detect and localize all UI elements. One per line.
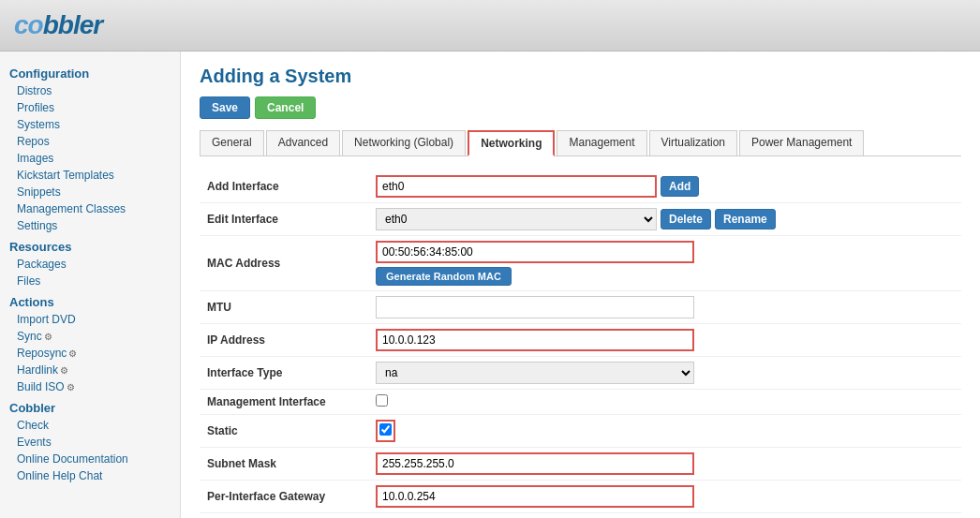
reposync-label: Reposync [17,347,67,360]
mgmt-interface-label: Management Interface [200,390,368,415]
add-interface-label: Add Interface [200,170,368,203]
edit-interface-label: Edit Interface [200,203,368,236]
subnet-label: Subnet Mask [200,448,368,481]
tab-management[interactable]: Management [557,130,646,155]
build-iso-icon: ⚙ [67,382,75,392]
sidebar-item-kickstart[interactable]: Kickstart Templates [0,167,180,184]
ip-row: IP Address [200,324,961,357]
hardlink-label: Hardlink [17,363,58,377]
cancel-button[interactable]: Cancel [255,96,316,119]
ip-input[interactable] [376,329,694,351]
sidebar-actions-title: Actions [0,289,180,311]
mac-address-cell: Generate Random MAC [368,236,961,291]
sync-label: Sync [17,330,42,343]
build-iso-label: Build ISO [17,380,65,393]
sidebar-item-images[interactable]: Images [0,150,180,167]
sidebar-item-hardlink[interactable]: Hardlink ⚙ [0,362,180,378]
sidebar-item-profiles[interactable]: Profiles [0,99,180,116]
sidebar-item-build-iso[interactable]: Build ISO ⚙ [0,378,180,395]
rename-button[interactable]: Rename [715,209,776,229]
gateway-row: Per-Interface Gateway [200,481,961,513]
mtu-label: MTU [200,291,368,324]
tab-networking[interactable]: Networking [468,130,555,156]
interface-type-select[interactable]: na bond bond_slave bridge bridge_slave b… [376,362,694,384]
sidebar-item-packages[interactable]: Packages [0,256,180,273]
interface-type-row: Interface Type na bond bond_slave bridge… [200,357,961,390]
sidebar: Configuration Distros Profiles Systems R… [0,52,181,518]
static-cell [368,415,961,448]
edit-interface-cell: eth0 Delete Rename [368,203,961,236]
sidebar-item-repos[interactable]: Repos [0,133,180,150]
sidebar-item-events[interactable]: Events [0,434,180,451]
mgmt-interface-checkbox[interactable] [376,394,388,407]
mac-address-label: MAC Address [200,236,368,291]
sidebar-item-sync[interactable]: Sync ⚙ [0,328,180,345]
hardlink-icon: ⚙ [60,365,68,376]
sidebar-item-online-help[interactable]: Online Help Chat [0,467,180,484]
sidebar-item-files[interactable]: Files [0,273,180,289]
edit-interface-select[interactable]: eth0 [376,208,657,230]
sidebar-resources-title: Resources [0,234,180,256]
subnet-input[interactable] [376,452,694,475]
header: cobbler [0,0,980,52]
sidebar-configuration-title: Configuration [0,61,180,82]
tab-advanced[interactable]: Advanced [266,130,340,155]
sync-icon: ⚙ [44,332,52,342]
gateway-cell [368,481,961,513]
sidebar-item-reposync[interactable]: Reposync ⚙ [0,345,180,362]
add-interface-row: Add Interface Add [200,170,961,203]
action-buttons: Save Cancel [200,96,961,119]
add-interface-input[interactable] [376,175,657,198]
dhcp-tag-cell [368,513,961,519]
delete-button[interactable]: Delete [661,209,711,229]
mtu-input[interactable] [376,296,694,318]
tab-networking-global[interactable]: Networking (Global) [342,130,466,155]
gen-mac-button[interactable]: Generate Random MAC [376,267,512,286]
main-layout: Configuration Distros Profiles Systems R… [0,52,980,518]
mtu-row: MTU [200,291,961,324]
interface-type-cell: na bond bond_slave bridge bridge_slave b… [368,357,961,390]
ip-cell [368,324,961,357]
reposync-icon: ⚙ [68,348,77,359]
sidebar-cobbler-title: Cobbler [0,395,180,417]
tab-virtualization[interactable]: Virtualization [649,130,737,155]
edit-interface-row: Edit Interface eth0 Delete Rename [200,203,961,236]
dhcp-tag-row: DHCP Tag [200,513,961,519]
subnet-row: Subnet Mask [200,448,961,481]
sidebar-item-systems[interactable]: Systems [0,116,180,133]
tabs: General Advanced Networking (Global) Net… [200,130,961,156]
sidebar-item-online-docs[interactable]: Online Documentation [0,451,180,467]
static-label: Static [200,415,368,448]
tab-general[interactable]: General [200,130,264,155]
mac-address-input[interactable] [376,241,694,263]
mgmt-interface-row: Management Interface [200,390,961,415]
add-interface-button[interactable]: Add [661,176,699,197]
save-button[interactable]: Save [200,96,250,119]
interface-type-label: Interface Type [200,357,368,390]
sidebar-item-distros[interactable]: Distros [0,82,180,99]
mgmt-interface-cell [368,390,961,415]
ip-label: IP Address [200,324,368,357]
dhcp-tag-label: DHCP Tag [200,513,368,519]
add-interface-cell: Add [368,170,961,203]
subnet-cell [368,448,961,481]
page-title: Adding a System [200,66,961,87]
tab-power-management[interactable]: Power Management [739,130,864,155]
mtu-cell [368,291,961,324]
sidebar-item-import-dvd[interactable]: Import DVD [0,311,180,328]
form-table: Add Interface Add Edit Interface eth0 De… [200,170,961,518]
static-checkbox[interactable] [379,423,392,436]
logo: cobbler [14,10,102,40]
sidebar-item-mgmt-classes[interactable]: Management Classes [0,200,180,217]
content: Adding a System Save Cancel General Adva… [181,52,980,518]
sidebar-item-check[interactable]: Check [0,417,180,434]
static-row: Static [200,415,961,448]
gateway-label: Per-Interface Gateway [200,481,368,513]
gateway-input[interactable] [376,485,694,508]
sidebar-item-snippets[interactable]: Snippets [0,184,180,200]
mac-address-row: MAC Address Generate Random MAC [200,236,961,291]
sidebar-item-settings[interactable]: Settings [0,217,180,234]
